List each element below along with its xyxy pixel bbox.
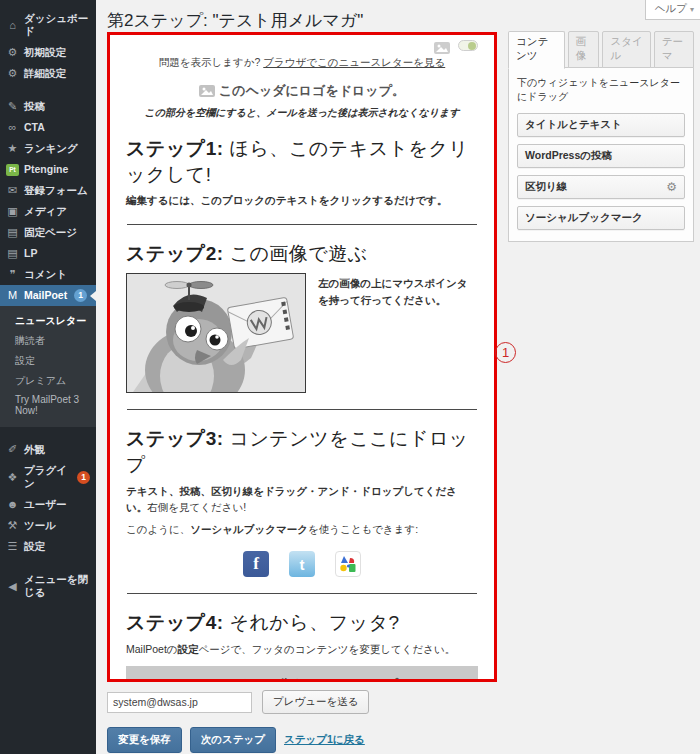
help-tab[interactable]: ヘルプ ▾ xyxy=(645,0,700,20)
header-visibility-toggle[interactable] xyxy=(458,40,478,51)
next-step-button[interactable]: 次のステップ xyxy=(190,727,276,753)
preview-email-input[interactable] xyxy=(107,692,252,713)
plugin-icon: ❖ xyxy=(6,471,19,484)
step1-body[interactable]: 編集するには、このブロックのテキストをクリックするだけです。 xyxy=(126,194,478,208)
comment-icon: ❞ xyxy=(6,268,19,281)
divider-line[interactable] xyxy=(127,224,477,225)
menu-separator xyxy=(0,557,96,569)
sidebar-item-ptengine[interactable]: Pt Ptengine xyxy=(0,159,96,180)
submenu-item-premium[interactable]: プレミアム xyxy=(0,371,96,391)
sidebar-item-users[interactable]: ☻ ユーザー xyxy=(0,494,96,515)
sidebar-item-collapse-menu[interactable]: ◀ メニューを閉じる xyxy=(0,569,96,603)
send-preview-button[interactable]: プレヴューを送る xyxy=(262,690,369,714)
step4-body[interactable]: MailPoetの設定ページで、フッタのコンテンツを変更してください。 xyxy=(126,642,478,658)
help-label: ヘルプ xyxy=(655,2,687,14)
step4-number: ステップ4: xyxy=(126,612,224,633)
step4-body-bold: 設定 xyxy=(178,643,199,655)
step3-line2-bold: ソーシャルブックマーク xyxy=(190,523,308,535)
tab-content[interactable]: コンテンツ xyxy=(508,31,565,69)
sidebar-item-initial-settings[interactable]: ⚙ 初期設定 xyxy=(0,42,96,63)
divider-line[interactable] xyxy=(127,409,477,410)
step3-line2-pre: このように、 xyxy=(126,523,190,535)
header-drop-hint: この部分を空欄にすると、メールを送った後は表示されなくなります xyxy=(126,106,478,120)
annotation-circle-1: 1 xyxy=(495,342,516,363)
facebook-icon[interactable]: f xyxy=(243,551,269,577)
sidebar-item-dashboard[interactable]: ⌂ ダッシュボード xyxy=(0,8,96,42)
ranking-icon: ★ xyxy=(6,142,19,155)
sidebar-item-posts[interactable]: ✎ 投稿 xyxy=(0,96,96,117)
submenu-item-settings[interactable]: 設定 xyxy=(0,351,96,371)
sidebar-item-settings[interactable]: ☰ 設定 xyxy=(0,536,96,557)
actions-row: 変更を保存 次のステップ ステップ1に戻る xyxy=(107,727,365,753)
image-placeholder-icon xyxy=(193,679,209,682)
mailpoet-icon: M xyxy=(6,289,19,302)
widget-title-and-text[interactable]: タイトルとテキスト xyxy=(517,113,685,137)
sidebar-item-media[interactable]: ▣ メディア xyxy=(0,201,96,222)
sidebar-item-tools[interactable]: ⚒ ツール xyxy=(0,515,96,536)
drag-hint-text: 下のウィジェットをニュースレターにドラッグ xyxy=(517,76,685,104)
gear-icon[interactable]: ⚙ xyxy=(666,180,677,194)
sidebar-item-label: ユーザー xyxy=(24,498,67,511)
menu-separator xyxy=(0,84,96,96)
twitter-icon[interactable]: t xyxy=(289,551,315,577)
divider-line[interactable] xyxy=(127,593,477,594)
sidebar-item-ranking[interactable]: ★ ランキング xyxy=(0,138,96,159)
menu-separator xyxy=(0,427,96,439)
preview-row: プレヴューを送る xyxy=(107,690,369,714)
header-logo-dropzone[interactable]: このヘッダにロゴをドロップ。 この部分を空欄にすると、メールを送った後は表示され… xyxy=(126,82,478,120)
sidebar-item-comments[interactable]: ❞ コメント xyxy=(0,264,96,285)
view-question-text: 問題を表示しますか? xyxy=(159,56,264,68)
sidebar-item-advanced-settings[interactable]: ⚙ 詳細設定 xyxy=(0,63,96,84)
sidebar-item-label: 固定ページ xyxy=(24,226,77,239)
view-in-browser-line: 問題を表示しますか? ブラウザでこのニュースレターを見る xyxy=(126,56,478,70)
save-changes-button[interactable]: 変更を保存 xyxy=(107,727,182,753)
widget-label: 区切り線 xyxy=(525,180,567,194)
sidebar-item-lp[interactable]: ▤ LP xyxy=(0,243,96,264)
tools-icon: ⚒ xyxy=(6,519,19,532)
sidebar-item-plugins[interactable]: ❖ プラグイン 1 xyxy=(0,460,96,494)
submenu-item-subscribers[interactable]: 購読者 xyxy=(0,331,96,351)
collapse-arrow-icon: ◀ xyxy=(6,580,19,593)
widget-wordpress-posts[interactable]: WordPressの投稿 xyxy=(517,144,685,168)
tab-themes[interactable]: テーマ xyxy=(654,31,694,68)
sidebar-item-label: プラグイン xyxy=(24,464,70,490)
sidebar-item-label: メディア xyxy=(24,205,67,218)
newsletter-editor-canvas: 問題を表示しますか? ブラウザでこのニュースレターを見る このヘッダにロゴをドロ… xyxy=(107,32,497,682)
media-icon: ▣ xyxy=(6,205,19,218)
widget-social-bookmarks[interactable]: ソーシャルブックマーク xyxy=(517,206,685,230)
sidebar-item-pages[interactable]: ▤ 固定ページ xyxy=(0,222,96,243)
sidebar-item-signup-form[interactable]: ✉ 登録フォーム xyxy=(0,180,96,201)
ptengine-icon: Pt xyxy=(6,164,19,176)
sidebar-item-appearance[interactable]: ✐ 外観 xyxy=(0,439,96,460)
gear-icon: ⚙ xyxy=(6,67,19,80)
sidebar-item-label: 投稿 xyxy=(24,100,45,113)
panel-body: 下のウィジェットをニュースレターにドラッグ タイトルとテキスト WordPres… xyxy=(508,67,694,242)
user-icon: ☻ xyxy=(6,498,19,511)
step3-heading[interactable]: ステップ3: コンテンツをここにドロップ xyxy=(126,426,478,478)
page-icon: ▤ xyxy=(6,247,19,260)
step3-body-line1[interactable]: テキスト、投稿、区切り線をドラッグ・アンド・ドロップしてください。右側を見てくだ… xyxy=(126,484,478,516)
mailpoet-bird-image[interactable] xyxy=(126,273,306,393)
tab-styles[interactable]: スタイル xyxy=(602,31,650,68)
submenu-item-newsletters[interactable]: ニュースレター xyxy=(0,311,96,331)
step3-line2-post: を使うこともできます: xyxy=(308,523,418,535)
step3-body-line2[interactable]: このように、ソーシャルブックマークを使うこともできます: xyxy=(126,522,478,538)
sidebar-item-cta[interactable]: ∞ CTA xyxy=(0,117,96,138)
widget-divider[interactable]: 区切り線 ⚙ xyxy=(517,175,685,199)
step4-heading[interactable]: ステップ4: それから、フッタ? xyxy=(126,610,478,636)
footer-drop-title: フッタの画像をここにドロップ。 xyxy=(213,677,412,682)
tab-images[interactable]: 画像 xyxy=(568,31,600,68)
google-icon[interactable] xyxy=(335,551,361,577)
sidebar-item-mailpoet[interactable]: M MailPoet 1 xyxy=(0,285,96,306)
envelope-icon: ✉ xyxy=(6,184,19,197)
footer-image-dropzone[interactable]: フッタの画像をここにドロップ。 この部分を空欄にすると、メールを送った後は表示さ… xyxy=(126,666,478,682)
step2-number: ステップ2: xyxy=(126,243,224,264)
step2-heading[interactable]: ステップ2: この画像で遊ぶ xyxy=(126,241,478,267)
panel-tabs: コンテンツ 画像 スタイル テーマ xyxy=(508,31,694,68)
sidebar-item-label: 登録フォーム xyxy=(24,184,88,197)
step1-heading[interactable]: ステップ1: ほら、このテキストをクリックして! xyxy=(126,136,478,188)
step3-body-rest: 右側を見てください! xyxy=(147,501,246,513)
view-in-browser-link[interactable]: ブラウザでこのニュースレターを見る xyxy=(263,56,445,68)
back-to-step1-link[interactable]: ステップ1に戻る xyxy=(284,733,365,747)
submenu-item-try-mailpoet3[interactable]: Try MailPoet 3 Now! xyxy=(0,391,96,419)
